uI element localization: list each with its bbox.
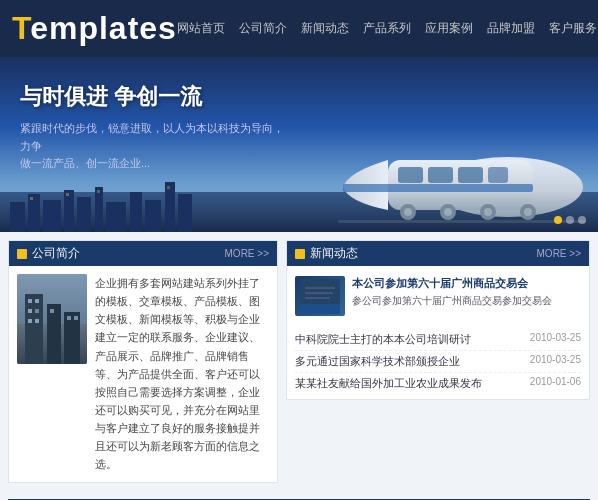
svg-point-28 xyxy=(484,208,492,216)
svg-rect-22 xyxy=(343,184,533,192)
svg-rect-1 xyxy=(10,202,25,232)
svg-rect-31 xyxy=(338,220,586,223)
svg-rect-49 xyxy=(305,292,333,294)
svg-rect-42 xyxy=(28,319,32,323)
banner-title: 与时俱进 争创一流 xyxy=(20,82,290,112)
svg-rect-2 xyxy=(28,194,40,232)
news-link-1: 中科院院士主打的本本公司培训研讨 2010-03-25 xyxy=(295,329,581,351)
news-featured-title: 本公司参加第六十届广州商品交易会 xyxy=(352,276,552,291)
news-link-2: 多元通过国家科学技术部颁授企业 2010-03-25 xyxy=(295,351,581,373)
dot-3[interactable] xyxy=(578,216,586,224)
logo-highlight: T xyxy=(12,10,30,46)
news-featured-item: 本公司参加第六十届广州商品交易会 参公司参加第六十届广州商品交易参加交易会 xyxy=(295,271,581,321)
news-link-3: 某某社友献给国外加工业农业成果发布 2010-01-06 xyxy=(295,373,581,394)
svg-rect-12 xyxy=(30,197,33,200)
logo: Templates xyxy=(12,10,177,47)
svg-rect-40 xyxy=(28,309,32,313)
svg-rect-9 xyxy=(145,200,161,232)
svg-rect-10 xyxy=(165,182,175,232)
company-title-label: 公司简介 xyxy=(32,245,80,262)
svg-rect-19 xyxy=(428,167,453,183)
banner-subtitle: 紧跟时代的步伐，锐意进取，以人为本以科技为导向，力争 做一流产品、创一流企业..… xyxy=(20,120,290,173)
svg-rect-35 xyxy=(25,294,43,364)
news-section: 新闻动态 MORE >> 本 xyxy=(286,240,590,400)
company-intro-inner: 企业拥有多套网站建站系列外挂了的模板、交章模板、产品模板、图文模板、新闻模板等、… xyxy=(17,274,269,474)
main-content: 公司简介 MORE >> xyxy=(0,232,598,499)
logo-text: emplates xyxy=(30,10,177,46)
nav-brand[interactable]: 品牌加盟 xyxy=(487,20,535,37)
banner: 与时俱进 争创一流 紧跟时代的步伐，锐意进取，以人为本以科技为导向，力争 做一流… xyxy=(0,57,598,232)
company-more-link[interactable]: MORE >> xyxy=(225,248,269,259)
news-featured-content: 本公司参加第六十届广州商品交易会 参公司参加第六十届广州商品交易参加交易会 xyxy=(352,276,552,308)
svg-rect-39 xyxy=(35,299,39,303)
right-column: 新闻动态 MORE >> 本 xyxy=(286,240,590,491)
news-section-title: 新闻动态 xyxy=(295,245,358,262)
svg-rect-8 xyxy=(130,192,142,232)
svg-rect-18 xyxy=(398,167,423,183)
nav-home[interactable]: 网站首页 xyxy=(177,20,225,37)
svg-point-30 xyxy=(524,208,532,216)
company-section: 公司简介 MORE >> xyxy=(8,240,278,483)
news-title-label: 新闻动态 xyxy=(310,245,358,262)
company-section-title: 公司简介 xyxy=(17,245,80,262)
dot-1[interactable] xyxy=(554,216,562,224)
nav-about[interactable]: 公司简介 xyxy=(239,20,287,37)
dot-2[interactable] xyxy=(566,216,574,224)
svg-rect-51 xyxy=(300,304,340,314)
svg-rect-43 xyxy=(35,319,39,323)
nav-service[interactable]: 客户服务 xyxy=(549,20,597,37)
left-column: 公司简介 MORE >> xyxy=(8,240,278,491)
svg-point-26 xyxy=(444,208,452,216)
company-intro-text: 企业拥有多套网站建站系列外挂了的模板、交章模板、产品模板、图文模板、新闻模板等、… xyxy=(95,274,269,474)
svg-rect-20 xyxy=(458,167,483,183)
news-link-2-title[interactable]: 多元通过国家科学技术部颁授企业 xyxy=(295,354,460,369)
svg-rect-11 xyxy=(178,194,192,232)
banner-text: 与时俱进 争创一流 紧跟时代的步伐，锐意进取，以人为本以科技为导向，力争 做一流… xyxy=(20,82,290,173)
company-intro-body: 企业拥有多套网站建站系列外挂了的模板、交章模板、产品模板、图文模板、新闻模板等、… xyxy=(9,266,277,482)
news-link-3-title[interactable]: 某某社友献给国外加工业农业成果发布 xyxy=(295,376,482,391)
news-featured-thumb xyxy=(295,276,345,316)
svg-rect-13 xyxy=(66,193,69,196)
train-image xyxy=(308,92,588,232)
svg-rect-3 xyxy=(43,200,61,232)
svg-rect-6 xyxy=(95,187,103,232)
svg-rect-21 xyxy=(488,167,508,183)
main-nav: 网站首页 公司简介 新闻动态 产品系列 应用案例 品牌加盟 客户服务 xyxy=(177,20,597,37)
news-more-link[interactable]: MORE >> xyxy=(537,248,581,259)
nav-cases[interactable]: 应用案例 xyxy=(425,20,473,37)
svg-rect-50 xyxy=(305,297,330,299)
news-section-header: 新闻动态 MORE >> xyxy=(287,241,589,266)
company-section-header: 公司简介 MORE >> xyxy=(9,241,277,266)
news-link-2-date: 2010-03-25 xyxy=(530,354,581,369)
svg-rect-41 xyxy=(35,309,39,313)
svg-rect-7 xyxy=(106,202,126,232)
svg-rect-4 xyxy=(64,190,74,232)
news-link-3-date: 2010-01-06 xyxy=(530,376,581,391)
svg-rect-14 xyxy=(97,190,100,193)
news-featured-subtitle: 参公司参加第六十届广州商品交易参加交易会 xyxy=(352,294,552,308)
nav-products[interactable]: 产品系列 xyxy=(363,20,411,37)
company-image xyxy=(17,274,87,364)
header: Templates 网站首页 公司简介 新闻动态 产品系列 应用案例 品牌加盟 … xyxy=(0,0,598,57)
section-icon xyxy=(17,249,27,259)
banner-dots xyxy=(554,216,586,224)
svg-rect-44 xyxy=(50,309,54,313)
news-links-list: 中科院院士主打的本本公司培训研讨 2010-03-25 多元通过国家科学技术部颁… xyxy=(287,326,589,399)
svg-point-24 xyxy=(404,208,412,216)
news-link-1-title[interactable]: 中科院院士主打的本本公司培训研讨 xyxy=(295,332,471,347)
nav-news[interactable]: 新闻动态 xyxy=(301,20,349,37)
news-link-1-date: 2010-03-25 xyxy=(530,332,581,347)
news-section-icon xyxy=(295,249,305,259)
svg-rect-15 xyxy=(167,186,170,189)
news-list: 本公司参加第六十届广州商品交易会 参公司参加第六十届广州商品交易参加交易会 xyxy=(287,266,589,326)
svg-rect-45 xyxy=(67,316,71,320)
svg-rect-46 xyxy=(74,316,78,320)
svg-rect-48 xyxy=(305,287,335,289)
svg-rect-5 xyxy=(77,197,91,232)
svg-rect-38 xyxy=(28,299,32,303)
